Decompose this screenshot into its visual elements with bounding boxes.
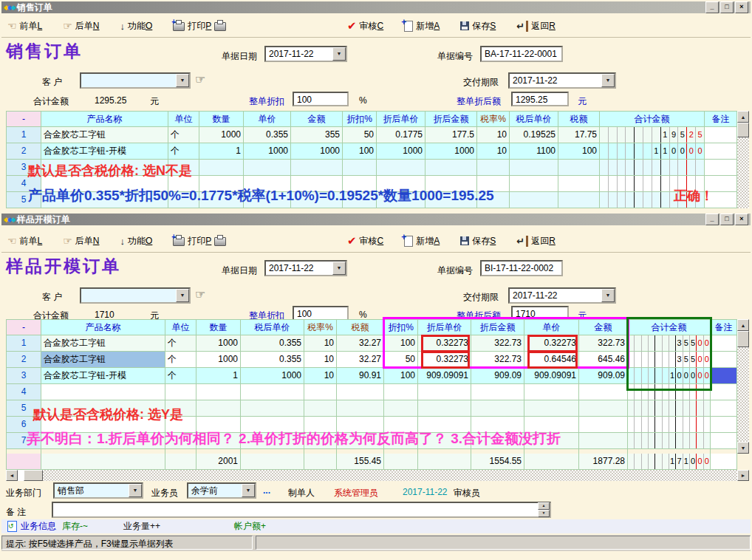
toolbar-button-new[interactable]: 新增A <box>404 234 440 247</box>
cell-qty[interactable] <box>199 192 244 208</box>
cell-num[interactable]: 1 <box>6 335 41 352</box>
dept-combobox[interactable]: 销售部 ▼ <box>53 482 143 499</box>
cell-disc-price[interactable] <box>418 400 471 417</box>
cell-disc-amount[interactable]: 1554.55 <box>471 454 524 470</box>
cell-price[interactable]: 0.355 <box>244 127 291 143</box>
cell-disc-amount[interactable] <box>425 160 477 176</box>
cell-unit[interactable]: 个 <box>165 335 196 352</box>
cell-unit[interactable] <box>165 454 196 470</box>
cell-tax-price[interactable]: 0.19525 <box>510 127 558 143</box>
cell-qty[interactable] <box>199 176 244 192</box>
dropdown-arrow-icon[interactable]: ▼ <box>129 484 142 497</box>
cell-tax-rate[interactable] <box>304 417 337 433</box>
cell-unit[interactable] <box>165 433 196 449</box>
cell-product-name[interactable]: 合金胶芯工字钮 <box>41 335 165 352</box>
discount-input[interactable]: 100 <box>293 92 349 106</box>
cell-qty[interactable]: 1000 <box>196 335 241 352</box>
cell-unit[interactable]: 个 <box>165 352 196 368</box>
cell-product-name[interactable] <box>41 384 165 400</box>
cell-price[interactable] <box>524 417 579 433</box>
cell-product-name[interactable] <box>41 160 168 176</box>
cell-product-name[interactable] <box>41 454 165 470</box>
cell-num[interactable]: 4 <box>6 384 41 400</box>
cell-disc-price[interactable]: 0.32273 <box>418 352 471 368</box>
minimize-icon[interactable]: _ <box>705 1 719 13</box>
cell-note[interactable] <box>711 433 737 449</box>
cell-tax-rate[interactable] <box>477 192 510 208</box>
hand-pointer-icon[interactable]: ☞ <box>195 287 205 301</box>
cell-amount[interactable] <box>291 176 343 192</box>
cell-discount-pct[interactable] <box>384 433 418 449</box>
toolbar-button-print[interactable]: 打印P <box>173 235 226 247</box>
cell-tax-price[interactable]: 0.355 <box>241 352 304 368</box>
cell-unit[interactable]: 个 <box>168 143 199 160</box>
cell-qty[interactable] <box>196 400 241 417</box>
cell-tax-price[interactable] <box>510 192 558 208</box>
cell-amount[interactable]: 355 <box>291 127 343 143</box>
cell-note[interactable] <box>705 143 737 160</box>
cell-product-name[interactable]: 合金胶芯工字钮 <box>41 352 165 368</box>
scroll-up-icon[interactable]: ▲ <box>737 111 749 123</box>
cell-tax-price[interactable] <box>241 417 304 433</box>
cell-disc-amount[interactable] <box>471 417 524 433</box>
cell-tax[interactable]: 32.27 <box>337 335 384 352</box>
cell-tax-rate[interactable]: 10 <box>304 352 337 368</box>
cell-amount[interactable] <box>579 417 628 433</box>
deadline-combobox[interactable]: 2017-11-22 ▼ <box>508 287 616 304</box>
cell-num[interactable]: 7 <box>6 433 41 449</box>
scrollbar-track[interactable] <box>737 347 749 442</box>
cell-product-name[interactable]: 合金胶芯工字钮-开模 <box>41 368 165 384</box>
cell-num[interactable]: 6 <box>6 417 41 433</box>
cell-tax-price[interactable] <box>241 384 304 400</box>
date-combobox[interactable]: 2017-11-22 ▼ <box>264 46 347 62</box>
cell-total-amount[interactable] <box>628 384 711 400</box>
cell-unit[interactable] <box>168 192 199 208</box>
cell-price[interactable]: 1000 <box>244 143 291 160</box>
cell-disc-price[interactable] <box>377 192 425 208</box>
cell-tax[interactable] <box>337 417 384 433</box>
scroll-up-icon[interactable]: ▲ <box>737 319 749 331</box>
cell-total-amount[interactable] <box>628 400 711 417</box>
cell-tax[interactable]: 17.75 <box>558 127 600 143</box>
cell-total-amount[interactable] <box>600 176 705 192</box>
cell-product-name[interactable] <box>41 192 168 208</box>
cell-product-name[interactable]: 合金胶芯工字钮-开模 <box>41 143 168 160</box>
cell-disc-price[interactable]: 0.32273 <box>418 335 471 352</box>
cell-price[interactable]: 909.09091 <box>524 368 579 384</box>
vertical-scrollbar[interactable]: ▲ <box>737 111 749 208</box>
cell-total-amount[interactable] <box>628 417 711 433</box>
cell-tax-price[interactable] <box>241 400 304 417</box>
dropdown-arrow-icon[interactable]: ▼ <box>242 484 255 497</box>
cell-discount-pct[interactable] <box>343 192 377 208</box>
cell-tax[interactable]: 90.91 <box>337 368 384 384</box>
cell-discount-pct[interactable]: 50 <box>384 352 418 368</box>
toolbar-button-save[interactable]: 保存S <box>460 234 496 247</box>
cell-tax[interactable] <box>337 400 384 417</box>
toolbar-button-audit[interactable]: 审核C <box>347 19 383 33</box>
cell-tax-rate[interactable]: 10 <box>304 368 337 384</box>
cell-total-amount[interactable]: 110000 <box>600 143 705 160</box>
toolbar-button-new[interactable]: 新增A <box>404 19 440 33</box>
cell-note[interactable] <box>711 384 737 400</box>
scroll-right-icon[interactable]: ► <box>737 470 749 481</box>
cell-unit[interactable] <box>165 400 196 417</box>
cell-unit[interactable]: 个 <box>168 127 199 143</box>
customer-combobox[interactable]: ▼ <box>80 72 191 89</box>
toolbar-button-return[interactable]: 返回R <box>516 19 556 33</box>
cell-tax-price[interactable]: 0.355 <box>241 335 304 352</box>
cell-num[interactable]: 5 <box>6 192 41 208</box>
cell-disc-amount[interactable]: 177.5 <box>425 127 477 143</box>
cell-tax[interactable] <box>558 160 600 176</box>
cell-num[interactable] <box>6 454 41 470</box>
cell-discount-pct[interactable]: 100 <box>343 143 377 160</box>
cell-qty[interactable] <box>196 433 241 449</box>
cell-amount[interactable] <box>291 192 343 208</box>
cell-num[interactable]: 2 <box>6 352 41 368</box>
cell-discount-pct[interactable]: 50 <box>343 127 377 143</box>
cell-tax-price[interactable] <box>241 433 304 449</box>
cell-price[interactable] <box>524 454 579 470</box>
cell-tax-price[interactable] <box>510 160 558 176</box>
more-button[interactable]: ... <box>263 485 270 496</box>
cell-disc-amount[interactable]: 1000 <box>425 143 477 160</box>
cell-qty[interactable] <box>196 384 241 400</box>
